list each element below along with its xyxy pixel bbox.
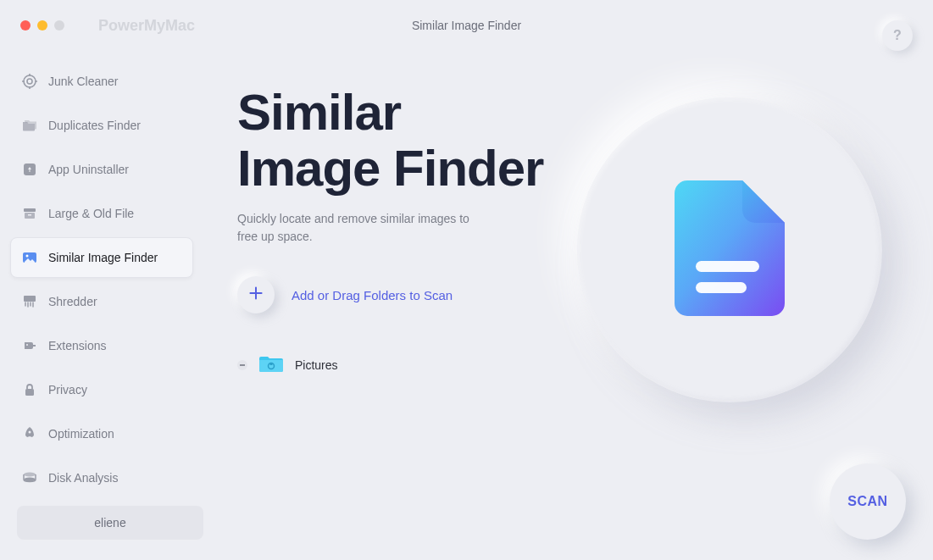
sidebar-item-label: Junk Cleaner (48, 75, 119, 88)
hero-illustration (577, 97, 882, 402)
sidebar-item-label: Similar Image Finder (48, 251, 158, 264)
sidebar-item-similar-image-finder[interactable]: Similar Image Finder (10, 237, 193, 278)
sidebar-item-label: Optimization (48, 427, 114, 441)
svg-point-12 (24, 473, 36, 477)
svg-rect-10 (25, 389, 34, 396)
sidebar-item-disk-analysis[interactable]: Disk Analysis (10, 457, 193, 498)
svg-point-7 (26, 255, 29, 258)
folders-icon (21, 117, 38, 134)
plugin-icon (21, 337, 38, 354)
sidebar-item-label: Duplicates Finder (48, 119, 141, 132)
remove-folder-button[interactable] (237, 360, 247, 370)
disk-icon (21, 469, 38, 486)
sidebar-item-label: Extensions (48, 339, 106, 352)
help-button[interactable]: ? (882, 20, 913, 51)
scan-label: SCAN (847, 494, 887, 509)
plus-icon (247, 284, 265, 306)
sidebar-item-optimization[interactable]: Optimization (10, 413, 193, 454)
sidebar-item-label: Disk Analysis (48, 471, 118, 485)
sidebar-item-label: App Uninstaller (48, 163, 129, 176)
sidebar-item-label: Shredder (48, 295, 97, 308)
help-icon: ? (893, 28, 902, 43)
user-badge[interactable]: eliene (17, 506, 203, 540)
archive-icon (21, 205, 38, 222)
page-title: Similar Image Finder (237, 85, 593, 197)
sidebar-item-extensions[interactable]: Extensions (10, 325, 193, 366)
page-description: Quickly locate and remove similar images… (237, 210, 491, 246)
svg-point-1 (27, 79, 32, 84)
svg-point-0 (24, 75, 36, 87)
add-folder-button[interactable] (237, 276, 275, 313)
svg-point-13 (24, 478, 36, 482)
maximize-window-icon[interactable] (54, 20, 64, 30)
svg-rect-5 (28, 214, 31, 216)
scan-button[interactable]: SCAN (830, 463, 906, 540)
title-line-2: Image Finder (237, 140, 543, 197)
sidebar-item-label: Large & Old File (48, 207, 134, 220)
sidebar-item-privacy[interactable]: Privacy (10, 369, 193, 410)
rocket-icon (21, 425, 38, 442)
app-icon (21, 161, 38, 178)
sidebar-item-shredder[interactable]: Shredder (10, 281, 193, 322)
document-icon (675, 180, 785, 319)
shredder-icon (21, 293, 38, 310)
svg-rect-17 (696, 282, 747, 293)
window-controls[interactable] (20, 20, 64, 30)
sidebar-item-junk-cleaner[interactable]: Junk Cleaner (10, 61, 193, 102)
image-icon (21, 249, 38, 266)
close-window-icon[interactable] (20, 20, 31, 30)
sidebar-item-label: Privacy (48, 383, 87, 396)
window-title: Similar Image Finder (412, 19, 521, 32)
target-icon (21, 73, 38, 90)
title-line-1: Similar (237, 84, 401, 141)
svg-rect-16 (696, 261, 759, 272)
minimize-window-icon[interactable] (37, 20, 47, 30)
lock-icon (21, 381, 38, 398)
app-name: PowerMyMac (98, 17, 195, 35)
folder-name: Pictures (295, 358, 338, 372)
svg-point-11 (29, 431, 31, 434)
user-name: eliene (94, 516, 125, 530)
folder-row: Pictures (237, 347, 593, 383)
svg-rect-3 (24, 208, 36, 212)
add-folder-label[interactable]: Add or Drag Folders to Scan (292, 288, 453, 302)
svg-rect-15 (270, 363, 273, 365)
svg-point-9 (26, 344, 28, 346)
sidebar-item-duplicates-finder[interactable]: Duplicates Finder (10, 105, 193, 146)
folder-icon (259, 354, 283, 376)
sidebar-item-app-uninstaller[interactable]: App Uninstaller (10, 149, 193, 190)
sidebar-item-large-old-file[interactable]: Large & Old File (10, 193, 193, 234)
svg-rect-8 (24, 296, 36, 302)
